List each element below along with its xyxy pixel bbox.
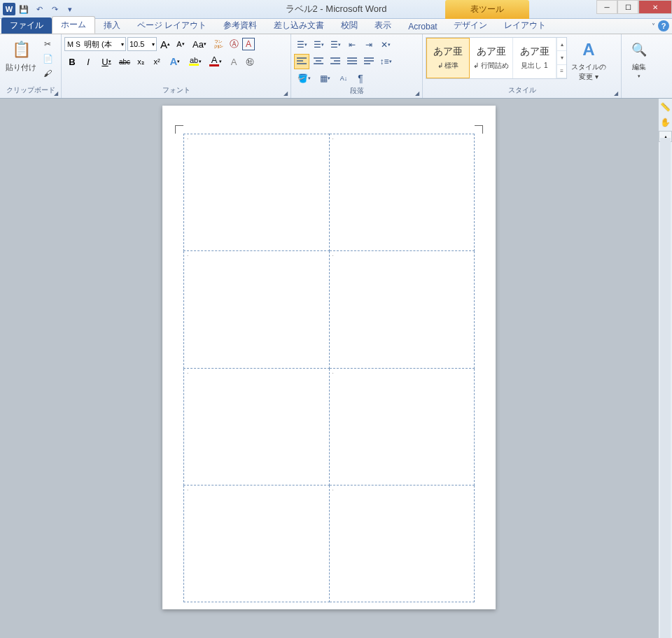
group-clipboard-label: クリップボード [3, 85, 58, 97]
styles-dialog-launcher[interactable]: ◢ [612, 89, 620, 97]
cut-button[interactable]: ✂ [41, 37, 55, 51]
label-cell[interactable] [329, 485, 475, 602]
gallery-scroll-up[interactable]: ▴ [557, 38, 566, 51]
highlight-button[interactable]: ab▾ [186, 54, 205, 69]
page[interactable] [162, 106, 496, 609]
show-marks-button[interactable]: ¶ [353, 71, 368, 86]
font-color-button[interactable]: A▾ [206, 54, 225, 69]
align-right-button[interactable] [328, 54, 343, 69]
crop-mark-tl [175, 125, 183, 134]
gallery-more[interactable]: ≡ [557, 65, 566, 78]
label-table[interactable] [183, 134, 475, 602]
align-center-button[interactable] [311, 54, 326, 69]
shading-button[interactable]: 🪣▾ [294, 71, 314, 86]
word-app-icon[interactable]: W [3, 3, 15, 15]
label-cell[interactable] [184, 134, 330, 251]
paste-button[interactable]: 📋 貼り付け [3, 37, 39, 74]
distribute-button[interactable] [361, 54, 377, 69]
multilevel-list-button[interactable]: ☰▾ [328, 37, 343, 52]
change-styles-button[interactable]: A スタイルの 変更 ▾ [568, 37, 609, 83]
tab-references[interactable]: 参考資料 [215, 17, 265, 34]
decrease-indent-button[interactable]: ⇤ [344, 37, 360, 52]
borders-button[interactable]: ▦▾ [315, 71, 335, 86]
paragraph-dialog-launcher[interactable]: ◢ [413, 89, 421, 97]
qat-redo-button[interactable]: ↷ [48, 2, 62, 16]
group-paragraph: ☰▾ ☰▾ ☰▾ ⇤ ⇥ ✕▾ [291, 34, 423, 98]
label-cell[interactable] [329, 251, 475, 368]
distribute-icon [364, 57, 374, 66]
align-left-icon [297, 57, 307, 66]
tab-insert[interactable]: 挿入 [95, 17, 129, 34]
hand-tool-icon[interactable]: ✋ [659, 115, 672, 129]
label-cell[interactable] [184, 485, 330, 602]
superscript-button[interactable]: x² [149, 54, 164, 69]
tab-view[interactable]: 表示 [366, 17, 400, 34]
minimize-button[interactable]: ─ [596, 0, 617, 14]
style-heading1-label: 見出し 1 [521, 61, 547, 71]
tab-review[interactable]: 校閲 [332, 17, 366, 34]
table-tools-tab-header: 表ツール [445, 0, 529, 19]
font-name-combo[interactable]: ＭＳ 明朝 (本▾ [64, 37, 126, 51]
enclose-char-button[interactable]: ㊓ [242, 54, 258, 69]
subscript-button[interactable]: x₂ [133, 54, 148, 69]
find-button[interactable]: 🔍 編集 ▾ [625, 37, 653, 80]
tab-table-layout[interactable]: レイアウト [496, 17, 554, 34]
label-cell[interactable] [184, 368, 330, 485]
ruler-toggle-icon[interactable]: 📏 [659, 100, 672, 114]
tab-page-layout[interactable]: ページ レイアウト [129, 17, 215, 34]
style-nospacing-preview: あア亜 [477, 45, 506, 58]
format-painter-button[interactable]: 🖌 [41, 66, 55, 80]
tab-table-design[interactable]: デザイン [445, 17, 496, 34]
tab-home[interactable]: ホーム [52, 16, 95, 34]
tab-mailings[interactable]: 差し込み文書 [265, 17, 332, 34]
label-cell[interactable] [329, 368, 475, 485]
style-normal[interactable]: あア亜 ↲ 標準 [426, 38, 470, 78]
label-cell[interactable] [184, 251, 330, 368]
font-dialog-launcher[interactable]: ◢ [281, 89, 290, 97]
close-button[interactable]: ✕ [638, 0, 672, 14]
change-case-button[interactable]: Aa▾ [189, 37, 210, 51]
label-cell[interactable] [329, 134, 475, 251]
underline-button[interactable]: U▾ [97, 54, 116, 69]
font-size-combo[interactable]: 10.5▾ [127, 37, 157, 51]
tab-file[interactable]: ファイル [1, 17, 52, 34]
tab-acrobat[interactable]: Acrobat [400, 20, 445, 34]
numbering-button[interactable]: ☰▾ [311, 37, 326, 52]
gallery-scroll-down[interactable]: ▾ [557, 51, 566, 64]
qat-undo-button[interactable]: ↶ [32, 2, 46, 16]
paste-icon: 📋 [10, 38, 32, 61]
align-left-button[interactable] [294, 54, 309, 69]
help-icon[interactable]: ? [658, 20, 669, 31]
group-styles-label: スタイル [426, 85, 618, 97]
asian-layout-button[interactable]: ✕▾ [378, 37, 393, 52]
italic-button[interactable]: I [80, 54, 96, 69]
maximize-button[interactable]: ☐ [617, 0, 638, 14]
sort-button[interactable]: A↓ [336, 71, 351, 86]
character-border-button[interactable]: A [242, 38, 255, 50]
change-styles-icon: A [578, 38, 600, 61]
copy-button[interactable]: 📄 [41, 52, 55, 66]
clipboard-dialog-launcher[interactable]: ◢ [52, 89, 60, 97]
vertical-scrollbar[interactable] [660, 138, 671, 638]
style-nospacing[interactable]: あア亜 ↲ 行間詰め [470, 38, 513, 78]
text-effects-button[interactable]: A▾ [165, 54, 185, 69]
bold-button[interactable]: B [64, 54, 80, 69]
group-font: ＭＳ 明朝 (本▾ 10.5▾ A▴ A▾ Aa▾ ㍇ Ⓐ A B I U▾ a… [62, 34, 291, 98]
document-area[interactable] [0, 99, 658, 638]
qat-save-button[interactable]: 💾 [17, 2, 31, 16]
qat-customize-button[interactable]: ▾ [63, 2, 77, 16]
increase-indent-button[interactable]: ⇥ [361, 37, 377, 52]
char-shading-button[interactable]: A [226, 54, 241, 69]
bullets-button[interactable]: ☰▾ [294, 37, 309, 52]
line-spacing-button[interactable]: ↕≡▾ [378, 54, 393, 69]
strikethrough-button[interactable]: abc [117, 54, 132, 69]
grow-font-button[interactable]: A▴ [158, 37, 172, 51]
justify-button[interactable] [344, 54, 360, 69]
style-heading1[interactable]: あア亜 見出し 1 [513, 38, 556, 78]
ribbon: 📋 貼り付け ✂ 📄 🖌 クリップボード ◢ ＭＳ 明朝 (本▾ 10.5▾ A… [0, 34, 672, 99]
minimize-ribbon-icon[interactable]: ˅ [652, 22, 655, 30]
phonetic-guide-button[interactable]: ㍇ [211, 37, 225, 51]
clear-formatting-button[interactable]: Ⓐ [227, 37, 241, 51]
gallery-scroll: ▴ ▾ ≡ [556, 38, 566, 78]
shrink-font-button[interactable]: A▾ [174, 37, 188, 51]
